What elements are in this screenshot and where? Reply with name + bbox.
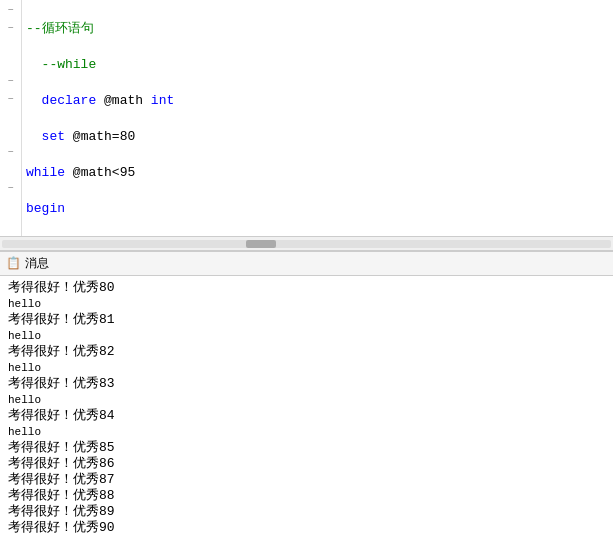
line-num-11: − xyxy=(0,180,21,198)
output-line: 考得很好！优秀87 xyxy=(8,472,605,488)
output-line: hello xyxy=(8,328,605,344)
code-line-6: begin xyxy=(26,200,609,218)
output-line: 考得很好！优秀82 xyxy=(8,344,605,360)
output-line: 考得很好！优秀80 xyxy=(8,280,605,296)
output-header: 📋 消息 xyxy=(0,252,613,276)
code-line-2: --while xyxy=(26,56,609,74)
output-panel: 📋 消息 考得很好！优秀80hello考得很好！优秀81hello考得很好！优秀… xyxy=(0,252,613,538)
output-line: 考得很好！优秀86 xyxy=(8,456,605,472)
collapse-icon-2[interactable]: − xyxy=(7,20,13,38)
output-line: 考得很好！优秀89 xyxy=(8,504,605,520)
output-line: 考得很好！优秀81 xyxy=(8,312,605,328)
line-num-5: − xyxy=(0,73,21,91)
line-num-2: − xyxy=(0,20,21,38)
line-num-12 xyxy=(0,198,21,216)
line-num-3 xyxy=(0,38,21,56)
collapse-icon-1[interactable]: − xyxy=(7,2,13,20)
code-line-3: declare @math int xyxy=(26,92,609,110)
code-content[interactable]: --循环语句 --while declare @math int set @ma… xyxy=(22,0,613,250)
line-num-8 xyxy=(0,127,21,145)
message-icon: 📋 xyxy=(6,256,21,271)
line-num-10 xyxy=(0,162,21,180)
output-line: 考得很好！优秀83 xyxy=(8,376,605,392)
code-line-4: set @math=80 xyxy=(26,128,609,146)
output-line: hello xyxy=(8,392,605,408)
output-line: hello xyxy=(8,296,605,312)
line-num-4 xyxy=(0,56,21,74)
line-num-6: − xyxy=(0,91,21,109)
scrollbar-thumb[interactable] xyxy=(246,240,276,248)
editor-scrollbar[interactable] xyxy=(0,236,613,250)
line-num-13 xyxy=(0,215,21,233)
collapse-icon-5[interactable]: − xyxy=(7,73,13,91)
code-line-5: while @math<95 xyxy=(26,164,609,182)
collapse-icon-6[interactable]: − xyxy=(7,91,13,109)
output-header-label: 消息 xyxy=(25,255,49,272)
output-line: 考得很好！优秀85 xyxy=(8,440,605,456)
line-num-1: − xyxy=(0,2,21,20)
output-line: hello xyxy=(8,424,605,440)
output-line: hello xyxy=(8,360,605,376)
collapse-icon-9[interactable]: − xyxy=(7,144,13,162)
collapse-icon-11[interactable]: − xyxy=(7,180,13,198)
output-line: 考得很好！优秀84 xyxy=(8,408,605,424)
scrollbar-track[interactable] xyxy=(2,240,611,248)
line-numbers: − − − − − − xyxy=(0,0,22,250)
code-area: − − − − − − --循环语句 --while declare @math… xyxy=(0,0,613,250)
line-num-7 xyxy=(0,109,21,127)
output-line: 考得很好！优秀88 xyxy=(8,488,605,504)
line-num-9: − xyxy=(0,144,21,162)
output-line: 考得很好！优秀90 xyxy=(8,520,605,536)
output-content[interactable]: 考得很好！优秀80hello考得很好！优秀81hello考得很好！优秀82hel… xyxy=(0,276,613,538)
editor-panel: − − − − − − --循环语句 --while declare @math… xyxy=(0,0,613,252)
code-line-1: --循环语句 xyxy=(26,20,609,38)
